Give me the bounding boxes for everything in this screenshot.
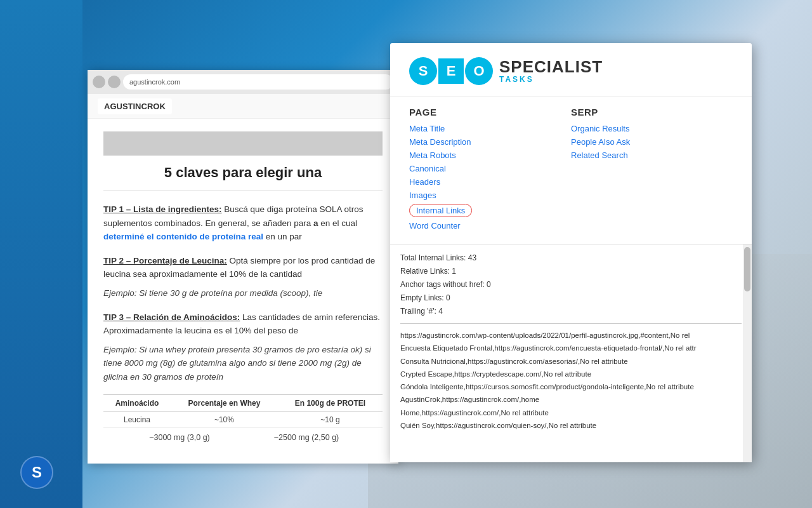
page-nav-col: PAGE Meta Title Meta Description Meta Ro… bbox=[409, 107, 571, 234]
nav-back-btn bbox=[93, 76, 105, 88]
stat-anchor-no-href: Anchor tags without href: 0 bbox=[400, 279, 742, 290]
article-top-bar: agustincrok.com bbox=[88, 70, 398, 94]
seo-logo-icon-wrapper: S E O bbox=[409, 57, 493, 85]
nav-meta-robots[interactable]: Meta Robots bbox=[409, 150, 571, 160]
seo-panel: S E O SPECIALIST TASKS PAGE Meta Title M… bbox=[390, 43, 752, 462]
tip2-example: Ejemplo: Si tiene 30 g de proteína por m… bbox=[103, 286, 383, 300]
table-header-100g: En 100g de PROTEI bbox=[278, 394, 383, 411]
seo-results-area: Total Internal Links: 43 Relative Links:… bbox=[390, 244, 752, 462]
tip3-example: Ejemplo: Si una whey protein presenta 30… bbox=[103, 343, 383, 384]
page-section-title: PAGE bbox=[409, 107, 571, 117]
tip2-label: TIP 2 – Porcentaje de Leucina: bbox=[103, 256, 227, 265]
scrollbar-thumb[interactable] bbox=[744, 247, 750, 291]
nav-organic-results[interactable]: Organic Results bbox=[571, 124, 733, 133]
nav-images[interactable]: Images bbox=[409, 190, 571, 200]
stat-empty-links: Empty Links: 0 bbox=[400, 292, 742, 304]
nav-meta-description[interactable]: Meta Description bbox=[409, 137, 571, 147]
seo-logo-subtitle: TASKS bbox=[499, 75, 603, 84]
nav-related-search[interactable]: Related Search bbox=[571, 150, 733, 160]
article-panel: agustincrok.com AGUSTINCROK 5 claves par… bbox=[88, 70, 398, 464]
amino-mg1: ~3000 mg (3,0 g) bbox=[119, 433, 240, 442]
link-line-1: Encuesta Etiquetado Frontal,https://agus… bbox=[400, 343, 742, 354]
left-sidebar bbox=[0, 0, 82, 508]
tip-3: TIP 3 – Relación de Aminoácidos: Las can… bbox=[103, 311, 383, 384]
amino-100g: ~10 g bbox=[278, 411, 383, 427]
url-bar[interactable]: agustincrok.com bbox=[123, 74, 393, 90]
logo-o: O bbox=[465, 57, 493, 85]
seo-logo-title: SPECIALIST bbox=[499, 58, 603, 75]
results-content: Total Internal Links: 43 Relative Links:… bbox=[390, 244, 752, 441]
link-line-0: https://agustincrok.com/wp-content/uploa… bbox=[400, 330, 742, 341]
link-line-7: Quién Soy,https://agustincrok.com/quien-… bbox=[400, 420, 742, 431]
nav-people-also-ask[interactable]: People Also Ask bbox=[571, 137, 733, 147]
article-image-placeholder bbox=[103, 131, 383, 156]
link-line-4: Góndola Inteligente,https://cursos.somos… bbox=[400, 382, 742, 392]
article-divider bbox=[103, 190, 383, 191]
tip-1: TIP 1 – Lista de ingredientes: Buscá que… bbox=[103, 203, 383, 244]
amino-table: Aminoácido Porcentaje en Whey En 100g de… bbox=[103, 394, 383, 428]
link-line-2: Consulta Nutricional,https://agustincrok… bbox=[400, 356, 742, 367]
amino-pct: ~10% bbox=[171, 411, 278, 427]
s-logo-icon: S bbox=[20, 456, 53, 489]
nav-word-counter[interactable]: Word Counter bbox=[409, 221, 571, 231]
seo-panel-header: S E O SPECIALIST TASKS bbox=[390, 43, 752, 97]
seo-logo: S E O SPECIALIST TASKS bbox=[409, 57, 603, 85]
amino-mg2: ~2500 mg (2,50 g) bbox=[246, 433, 367, 442]
amino-leucina: Leucina bbox=[103, 411, 171, 427]
seo-results-wrapper[interactable]: Total Internal Links: 43 Relative Links:… bbox=[390, 244, 752, 462]
nav-canonical[interactable]: Canonical bbox=[409, 164, 571, 173]
link-line-6: Home,https://agustincrok.com/,No rel att… bbox=[400, 408, 742, 418]
stat-relative-links: Relative Links: 1 bbox=[400, 265, 742, 277]
nav-meta-title[interactable]: Meta Title bbox=[409, 124, 571, 133]
seo-nav-section: PAGE Meta Title Meta Description Meta Ro… bbox=[390, 97, 752, 234]
stat-total-links: Total Internal Links: 43 bbox=[400, 252, 742, 264]
table-header-pct: Porcentaje en Whey bbox=[171, 394, 278, 411]
tip3-label: TIP 3 – Relación de Aminoácidos: bbox=[103, 312, 240, 322]
logo-s: S bbox=[409, 57, 437, 85]
nav-internal-links[interactable]: Internal Links bbox=[409, 204, 472, 217]
nav-headers[interactable]: Headers bbox=[409, 177, 571, 187]
link-line-3: Crypted Escape,https://cryptedescape.com… bbox=[400, 369, 742, 380]
article-title: 5 claves para elegir una bbox=[103, 164, 383, 181]
serp-nav-col: SERP Organic Results People Also Ask Rel… bbox=[571, 107, 733, 234]
table-row: Leucina ~10% ~10 g bbox=[103, 411, 383, 427]
stat-trailing-hash: Trailing '#': 4 bbox=[400, 305, 742, 317]
results-divider bbox=[400, 323, 742, 324]
article-site-name: AGUSTINCROK bbox=[98, 98, 172, 114]
scrollbar-track[interactable] bbox=[743, 244, 752, 462]
tip-2: TIP 2 – Porcentaje de Leucina: Optá siem… bbox=[103, 254, 383, 300]
seo-logo-text: SPECIALIST TASKS bbox=[499, 58, 603, 84]
results-links-list: https://agustincrok.com/wp-content/uploa… bbox=[400, 330, 742, 433]
tip1-label: TIP 1 – Lista de ingredientes: bbox=[103, 204, 222, 214]
table-header-amino: Aminoácido bbox=[103, 394, 171, 411]
tip1-link[interactable]: determiné el contenido de proteína real bbox=[103, 232, 263, 241]
article-body: 5 claves para elegir una TIP 1 – Lista d… bbox=[88, 119, 398, 455]
serp-section-title: SERP bbox=[571, 107, 733, 117]
amino-bottom-row: ~3000 mg (3,0 g) ~2500 mg (2,50 g) bbox=[103, 433, 383, 442]
link-line-5: AgustinCrok,https://agustincrok.com/,hom… bbox=[400, 394, 742, 405]
logo-e: E bbox=[438, 58, 464, 84]
nav-forward-btn bbox=[108, 76, 121, 88]
